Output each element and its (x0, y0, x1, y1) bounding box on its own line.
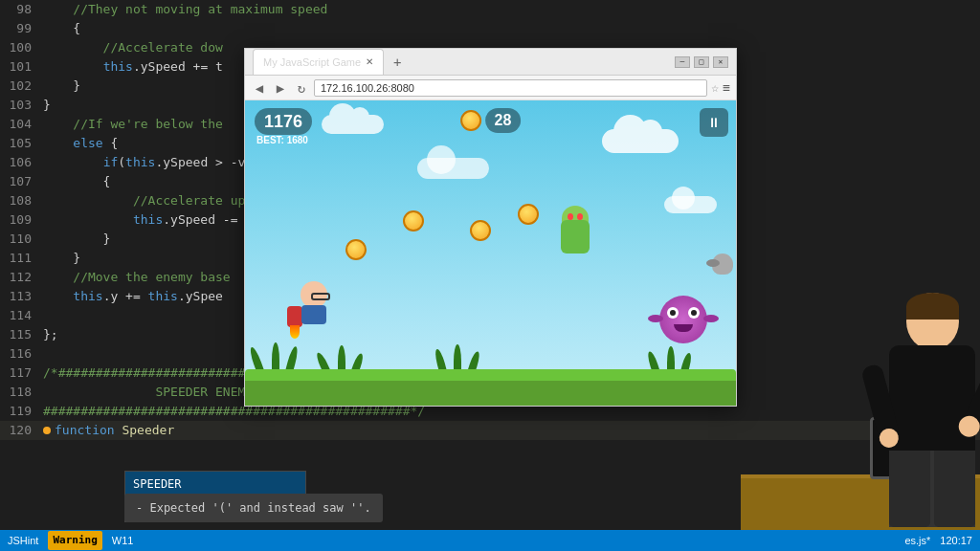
code-line-98: 98 //They not moving at maximum speed (0, 0, 980, 19)
game-coin-4 (518, 204, 539, 225)
browser-menu-icon[interactable]: ≡ (723, 78, 730, 98)
monster-eye-left (667, 307, 679, 319)
monster-mouth (674, 324, 693, 332)
warning-badge: Warning (48, 531, 101, 550)
coin-display: 28 (460, 108, 522, 133)
zombie-eye-left (568, 213, 573, 220)
address-bar[interactable] (314, 79, 707, 97)
code-line-99: 99 { (0, 19, 980, 38)
editor-area: 98 //They not moving at maximum speed 99… (0, 0, 980, 551)
browser-window: My JavaScript Game ✕ + — □ ✕ ◀ ▶ ↻ ☆ ≡ (244, 48, 737, 407)
game-coin-3 (470, 220, 491, 241)
score-value: 1176 (264, 112, 302, 131)
game-coin-2 (403, 210, 424, 231)
position-indicator: 120:17 (940, 531, 972, 550)
game-canvas: 1176 BEST: 1680 28 ⏸ (245, 100, 736, 406)
game-coin-1 (345, 239, 367, 260)
bookmark-icon[interactable]: ☆ (711, 78, 719, 98)
error-tooltip: - Expected '(' and instead saw ''. (124, 494, 383, 522)
jetpack-flame (290, 325, 300, 339)
error-message: - Expected '(' and instead saw ''. (136, 501, 371, 515)
browser-tab-close[interactable]: ✕ (366, 53, 373, 72)
hero-glasses (311, 293, 330, 300)
maximize-button[interactable]: □ (694, 56, 709, 68)
person-leg-right (934, 451, 975, 527)
zombie-eye-right (577, 213, 583, 220)
file-indicator: es.js* (904, 531, 930, 550)
hero-torso (301, 305, 326, 324)
pause-button[interactable]: ⏸ (700, 108, 728, 137)
refresh-button[interactable]: ↻ (293, 78, 310, 98)
code-line-120: 120 function Speeder (0, 421, 980, 440)
jshint-indicator: JSHint (8, 531, 38, 550)
back-button[interactable]: ◀ (251, 78, 268, 98)
cloud-1 (602, 129, 679, 153)
hero-head (301, 281, 327, 308)
monster-eye-right (688, 307, 700, 319)
coin-icon (460, 110, 481, 131)
person-legs (889, 451, 975, 527)
bird-wing (706, 259, 720, 267)
best-score-display: BEST: 1680 (256, 131, 308, 150)
hero-body (293, 281, 336, 329)
cloud-2 (322, 115, 384, 134)
enemy-bird (712, 253, 736, 280)
monster-arm-left (648, 315, 663, 322)
enemy-zombie (554, 206, 597, 253)
window-controls: — □ ✕ (675, 56, 728, 68)
bird-body (712, 253, 733, 275)
person-hair (906, 293, 959, 320)
person-leg-left (889, 451, 930, 527)
coin-count: 28 (485, 108, 522, 133)
close-button[interactable]: ✕ (713, 56, 728, 68)
browser-titlebar: My JavaScript Game ✕ + — □ ✕ (245, 49, 736, 76)
cloud-3 (417, 158, 489, 179)
person-head (906, 293, 959, 350)
minimize-button[interactable]: — (675, 56, 690, 68)
cloud-4 (664, 196, 717, 213)
monster-arm-right (703, 315, 719, 322)
browser-tab-title: My JavaScript Game (263, 53, 361, 72)
hero-character (293, 281, 336, 329)
browser-toolbar: ◀ ▶ ↻ ☆ ≡ (245, 76, 736, 100)
w11-indicator: W11 (112, 531, 134, 550)
game-ground (245, 377, 736, 406)
person-torso (889, 345, 975, 451)
status-bar: JSHint Warning W11 es.js* 120:17 (0, 530, 980, 551)
hero-jetpack (287, 306, 302, 327)
browser-tab[interactable]: My JavaScript Game ✕ (253, 49, 384, 75)
presenter (889, 293, 975, 527)
jshint-label: JSHint (8, 531, 38, 550)
monster-body (659, 296, 707, 343)
forward-button[interactable]: ▶ (272, 78, 289, 98)
new-tab-button[interactable]: + (393, 53, 401, 72)
zombie-body (561, 220, 590, 253)
